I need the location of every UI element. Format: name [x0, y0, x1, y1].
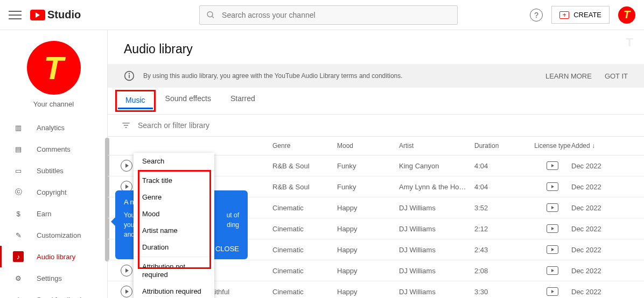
sidebar-item-subtitles[interactable]: ▭Subtitles: [0, 160, 107, 181]
play-button[interactable]: [121, 160, 132, 172]
watermark: T: [626, 36, 633, 49]
filter-input[interactable]: [138, 121, 272, 130]
col-genre[interactable]: Genre: [272, 142, 337, 150]
logo-text: Studio: [47, 9, 81, 21]
license-icon[interactable]: [547, 182, 558, 191]
track-added: Dec 2022: [571, 204, 614, 212]
play-button[interactable]: [121, 265, 132, 276]
track-genre: Cinematic: [272, 204, 337, 212]
dropdown-item-mood[interactable]: Mood: [134, 205, 214, 222]
sidebar-item-feedback[interactable]: !Send feedback: [0, 289, 107, 298]
filter-icon[interactable]: [121, 120, 131, 131]
info-icon: [124, 70, 135, 81]
sidebar-item-label: Earn: [37, 210, 51, 218]
track-duration: 2:43: [474, 246, 534, 254]
header: Studio ? + CREATE T: [0, 0, 644, 30]
track-genre: Cinematic: [272, 267, 337, 275]
track-artist: DJ Williams: [399, 225, 474, 233]
dropdown-item-duration[interactable]: Duration: [134, 239, 214, 256]
tab-music[interactable]: Music: [118, 93, 153, 109]
play-button[interactable]: [121, 286, 132, 297]
track-duration: 2:08: [474, 267, 534, 275]
track-duration: 2:12: [474, 225, 534, 233]
page-title: Audio library: [108, 30, 644, 64]
create-button[interactable]: + CREATE: [551, 6, 610, 24]
track-mood: Happy: [337, 267, 399, 275]
col-duration[interactable]: Duration: [474, 142, 534, 150]
track-duration: 4:04: [474, 162, 534, 170]
track-mood: Happy: [337, 225, 399, 233]
col-license[interactable]: License type: [534, 142, 571, 150]
promo-title: A n: [124, 198, 134, 206]
gear-icon: ⚙: [13, 273, 24, 283]
track-duration: 3:30: [474, 288, 534, 296]
avatar[interactable]: T: [618, 6, 635, 24]
sidebar-item-label: Settings: [37, 274, 62, 282]
channel-avatar: T: [27, 41, 81, 95]
tab-starred[interactable]: Starred: [221, 88, 265, 114]
sidebar-item-earn[interactable]: $Earn: [0, 203, 107, 224]
license-icon[interactable]: [547, 245, 558, 254]
tabs: Music Sound effects Starred: [108, 88, 644, 115]
logo[interactable]: Studio: [30, 9, 81, 21]
license-icon[interactable]: [547, 266, 558, 275]
dropdown-item-genre[interactable]: Genre: [134, 189, 214, 205]
license-icon[interactable]: [547, 224, 558, 233]
sidebar-item-analytics[interactable]: ▥Analytics: [0, 117, 107, 138]
got-it-button[interactable]: GOT IT: [605, 72, 628, 80]
track-artist: DJ Williams: [399, 204, 474, 212]
track-artist: DJ Williams: [399, 288, 474, 296]
license-icon[interactable]: [547, 203, 558, 212]
tab-sound-effects[interactable]: Sound effects: [156, 88, 221, 114]
filter-bar: [108, 115, 644, 137]
svg-point-0: [207, 11, 213, 17]
dropdown-item-attribution-not-required[interactable]: Attribution not required: [134, 258, 214, 283]
dropdown-item-search[interactable]: Search: [134, 153, 214, 169]
customization-icon: ✎: [13, 230, 24, 240]
sidebar-item-label: Audio library: [37, 253, 75, 261]
license-icon[interactable]: [547, 287, 558, 296]
track-genre: R&B & Soul: [272, 162, 337, 170]
track-added: Dec 2022: [571, 225, 614, 233]
earn-icon: $: [13, 208, 24, 219]
promo-close-button[interactable]: CLOSE: [215, 245, 239, 253]
learn-more-button[interactable]: LEARN MORE: [545, 72, 592, 80]
col-artist[interactable]: Artist: [399, 142, 474, 150]
youtube-icon: [30, 10, 45, 20]
track-added: Dec 2022: [571, 183, 614, 191]
sidebar-item-label: Customization: [37, 231, 81, 239]
sidebar-item-comments[interactable]: ▤Comments: [0, 138, 107, 160]
search-box[interactable]: [199, 5, 458, 25]
filter-dropdown: Search Track title Genre Mood Artist nam…: [134, 153, 214, 298]
track-genre: Cinematic: [272, 288, 337, 296]
sidebar-item-settings[interactable]: ⚙Settings: [0, 267, 107, 289]
track-duration: 3:52: [474, 204, 534, 212]
sidebar-item-customization[interactable]: ✎Customization: [0, 224, 107, 246]
track-artist: DJ Williams: [399, 267, 474, 275]
track-duration: 4:04: [474, 183, 534, 191]
feedback-icon: !: [13, 294, 24, 298]
sidebar-item-copyright[interactable]: ⓒCopyright: [0, 181, 107, 203]
license-icon[interactable]: [547, 161, 558, 170]
audio-library-icon: ♪: [13, 251, 24, 262]
dropdown-item-attribution-required[interactable]: Attribution required: [134, 283, 214, 298]
track-artist: King Canyon: [399, 162, 474, 170]
dropdown-item-track-title[interactable]: Track title: [134, 172, 214, 189]
track-genre: Cinematic: [272, 225, 337, 233]
track-genre: R&B & Soul: [272, 183, 337, 191]
help-icon[interactable]: ?: [530, 9, 543, 22]
search-input[interactable]: [222, 11, 451, 19]
track-added: Dec 2022: [571, 288, 614, 296]
comments-icon: ▤: [13, 144, 24, 154]
subtitles-icon: ▭: [13, 165, 24, 176]
sidebar-item-audio-library[interactable]: ♪Audio library: [0, 246, 107, 267]
col-added[interactable]: Added ↓: [571, 142, 614, 150]
menu-icon[interactable]: [9, 9, 22, 22]
track-genre: Cinematic: [272, 246, 337, 254]
dropdown-item-artist-name[interactable]: Artist name: [134, 222, 214, 239]
channel-block[interactable]: T Your channel: [0, 30, 107, 117]
create-label: CREATE: [573, 11, 601, 19]
col-mood[interactable]: Mood: [337, 142, 399, 150]
sidebar-item-label: Send feedback: [37, 296, 83, 299]
search-icon: [206, 10, 215, 20]
